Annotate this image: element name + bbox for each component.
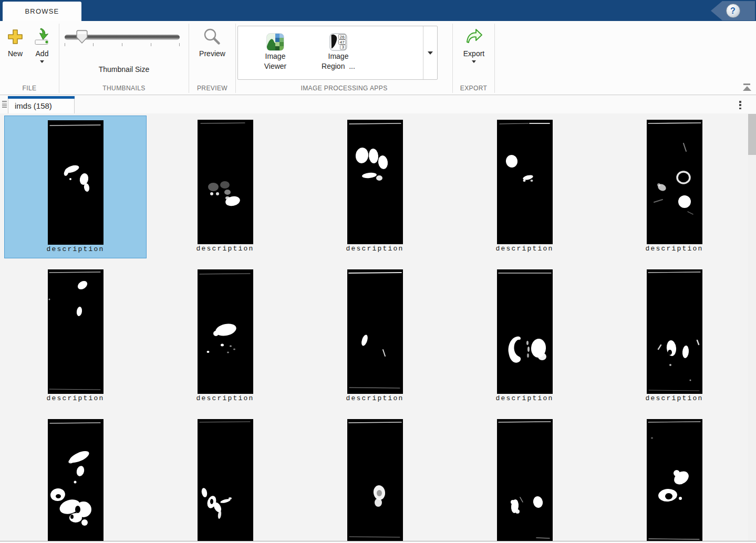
section-divider <box>494 24 495 93</box>
section-thumbnails: Thumbnail Size THUMBNAILS <box>59 21 189 95</box>
thumbnail-image[interactable] <box>647 269 702 394</box>
section-preview: Preview PREVIEW <box>189 21 235 95</box>
thumbnail-cell[interactable]: description <box>453 116 596 258</box>
help-button[interactable]: ? <box>726 4 740 18</box>
toolstrip: New Add FILE <box>0 21 756 95</box>
scrollbar-thumb[interactable] <box>748 114 756 155</box>
slider-ticks <box>65 43 180 47</box>
thumbnail-cell[interactable]: description <box>304 265 446 408</box>
thumbnail-caption: description <box>154 394 296 402</box>
gallery-dropdown-button[interactable] <box>423 26 437 79</box>
export-button[interactable]: Export <box>460 25 488 63</box>
export-button-label: Export <box>463 49 484 58</box>
thumbnail-image[interactable] <box>347 120 403 244</box>
section-export: Export EXPORT <box>453 21 494 95</box>
thumbnail-cell[interactable]: description <box>304 116 446 258</box>
preview-button[interactable]: Preview <box>198 25 227 58</box>
thumbnail-image[interactable] <box>647 120 702 244</box>
section-image-processing-apps: Image Viewer 26 47 3 <box>236 21 452 95</box>
region-count-2: 47 <box>340 40 345 45</box>
plus-icon <box>6 25 25 48</box>
thumbnail-image[interactable] <box>497 120 553 244</box>
tab-grip-icon[interactable] <box>2 101 8 109</box>
thumbnail-caption: description <box>304 394 446 402</box>
export-dropdown-caret-icon <box>472 60 476 63</box>
app-label-line2: Region ... <box>322 61 355 71</box>
active-tab-accent <box>8 96 75 99</box>
thumbnail-cell[interactable]: description <box>154 265 296 408</box>
new-button-label: New <box>8 49 23 58</box>
thumbnail-cell[interactable]: description <box>154 116 296 258</box>
thumbnail-image[interactable] <box>347 269 403 394</box>
region-count-3: 3 <box>342 45 345 49</box>
section-label-apps: IMAGE PROCESSING APPS <box>236 85 452 92</box>
add-button[interactable]: Add <box>29 25 55 63</box>
help-area: ? <box>711 1 755 20</box>
thumbnail-image[interactable] <box>198 419 253 541</box>
thumbnail-image[interactable] <box>48 120 103 245</box>
thumbnail-cell[interactable]: description <box>603 415 745 541</box>
thumbnail-image[interactable] <box>647 419 702 541</box>
section-label-thumbnails: THUMBNAILS <box>59 85 189 92</box>
section-file: New Add FILE <box>0 21 59 95</box>
add-dropdown-caret-icon <box>40 60 44 63</box>
thumbnail-caption: description <box>453 394 596 402</box>
collapse-toolstrip-icon <box>743 83 750 85</box>
help-icon: ? <box>730 6 736 16</box>
toolstrip-header: BROWSE ? <box>0 0 756 21</box>
add-import-icon <box>32 25 52 48</box>
thumbnail-caption: description <box>5 245 146 253</box>
tab-imds-label: imds (158) <box>15 101 52 110</box>
image-browser-app: BROWSE ? New <box>0 0 756 543</box>
thumbnail-caption: description <box>154 245 296 253</box>
thumbnail-size-slider[interactable] <box>65 35 180 40</box>
app-image-region-analyzer[interactable]: 26 47 3 Image Region ... <box>309 28 367 78</box>
thumbnail-caption: description <box>4 394 147 402</box>
thumbnail-image[interactable] <box>198 120 253 244</box>
thumbnail-cell[interactable]: description <box>603 265 745 408</box>
thumbnail-caption: description <box>304 245 446 253</box>
image-viewer-app-icon <box>266 28 285 51</box>
collapse-toolstrip-button[interactable] <box>741 82 753 92</box>
new-button[interactable]: New <box>3 25 27 58</box>
thumbnail-cell[interactable]: description <box>304 415 446 541</box>
thumbnail-grid: description description description desc… <box>4 116 745 541</box>
tab-browse[interactable]: BROWSE <box>3 2 81 21</box>
document-tab-bar: imds (158) <box>0 96 756 113</box>
thumbnail-image[interactable] <box>48 419 103 541</box>
section-label-file: FILE <box>0 85 59 92</box>
app-label-line2: Viewer <box>264 61 287 71</box>
magnifier-icon <box>202 25 222 48</box>
section-label-export: EXPORT <box>453 85 494 92</box>
section-label-preview: PREVIEW <box>189 85 235 92</box>
apps-gallery: Image Viewer 26 47 3 <box>237 26 438 80</box>
thumbnail-image[interactable] <box>48 269 103 394</box>
thumbnail-cell[interactable]: description <box>4 415 147 541</box>
thumbnail-cell[interactable]: description <box>4 116 147 258</box>
image-region-app-icon: 26 47 3 <box>329 28 348 51</box>
thumbnail-image[interactable] <box>497 419 553 541</box>
tab-imds[interactable]: imds (158) <box>8 96 75 113</box>
thumbnail-image[interactable] <box>347 419 403 541</box>
thumbnail-caption: description <box>603 245 745 253</box>
gallery-caret-icon <box>428 51 433 55</box>
export-icon <box>464 25 484 48</box>
app-image-viewer[interactable]: Image Viewer <box>246 28 304 78</box>
thumbnail-caption: description <box>453 245 596 253</box>
preview-button-label: Preview <box>199 49 225 58</box>
app-label-line1: Image <box>265 51 286 61</box>
thumbnail-image[interactable] <box>198 269 253 394</box>
add-button-label: Add <box>36 49 49 58</box>
thumbnail-cell[interactable]: description <box>603 116 745 258</box>
thumbnail-image[interactable] <box>497 269 553 394</box>
app-label-line1: Image <box>328 51 349 61</box>
thumbnail-cell[interactable]: description <box>154 415 296 541</box>
thumbnail-size-label: Thumbnail Size <box>59 65 189 74</box>
kebab-menu-icon[interactable] <box>737 100 743 110</box>
region-count-1: 26 <box>340 35 345 39</box>
vertical-scrollbar[interactable] <box>748 113 756 541</box>
thumbnail-cell[interactable]: description <box>453 265 596 408</box>
thumbnail-caption: description <box>603 394 745 402</box>
thumbnail-cell[interactable]: description <box>453 415 596 541</box>
thumbnail-cell[interactable]: description <box>4 265 147 408</box>
